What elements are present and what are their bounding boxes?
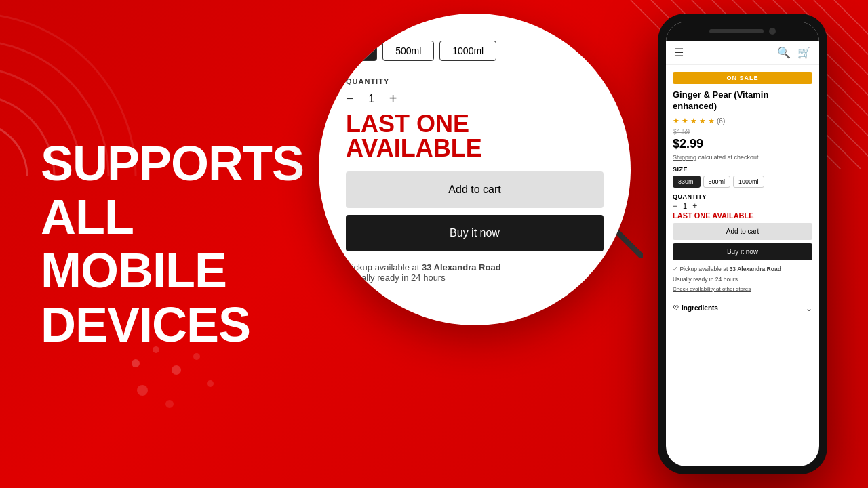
phone-ingredients-chevron[interactable]: ⌄: [806, 304, 812, 313]
phone-cart-icon[interactable]: 🛒: [797, 46, 811, 59]
shipping-link[interactable]: Shipping: [673, 154, 696, 161]
mag-buy-now-button[interactable]: Buy it now: [346, 215, 604, 251]
phone-quantity-control: − 1 +: [673, 201, 812, 211]
mag-pickup-location: 33 Alexandra Road: [422, 262, 501, 272]
phone-buy-now-button[interactable]: Buy it now: [673, 243, 812, 260]
phone-size-1000ml[interactable]: 1000ml: [733, 176, 764, 188]
mag-size-500ml[interactable]: 500ml: [382, 41, 434, 61]
phone-size-buttons: 330ml 500ml 1000ml: [673, 176, 812, 188]
review-count: (6): [717, 117, 725, 125]
phone-qty-decrease[interactable]: −: [673, 201, 677, 211]
phone-size-330ml[interactable]: 330ml: [673, 176, 701, 188]
phone-check-availability-link[interactable]: Check availability at other stores: [673, 286, 812, 292]
phone-qty-increase[interactable]: +: [692, 201, 697, 211]
phone-product-content: ON SALE Ginger & Pear (Vitamin enhanced)…: [666, 65, 819, 466]
phone-menu-icon[interactable]: ☰: [674, 46, 684, 59]
magnifier-circle: 330ml 500ml 1000ml QUANTITY − 1 + LAST O…: [319, 14, 631, 325]
phone-pickup-info: ✓ Pickup available at 33 Alexandra Road: [673, 266, 812, 274]
phone-qty-value: 1: [683, 202, 687, 210]
hero-line2: MOBILE: [41, 244, 326, 298]
phone-ingredients-label: ♡ Ingredients: [673, 304, 718, 312]
star-1: ★: [673, 117, 679, 125]
svg-point-20: [137, 385, 148, 396]
star-4: ★: [699, 117, 706, 125]
product-title: Ginger & Pear (Vitamin enhanced): [673, 89, 812, 113]
magnifier-quantity-control: − 1 +: [346, 91, 604, 106]
magnifier-last-one: LAST ONE AVAILABLE: [346, 112, 604, 161]
magnifier-quantity-label: QUANTITY: [346, 77, 604, 85]
mag-qty-value: 1: [365, 93, 378, 105]
phone-quantity-label: QUANTITY: [673, 193, 812, 200]
phone-pickup-ready: Usually ready in 24 hours: [673, 276, 812, 284]
svg-point-0: [0, 122, 27, 176]
heart-icon: ♡: [673, 304, 679, 312]
svg-point-18: [172, 365, 181, 375]
phone-mockup: ☰ 🔍 🛒 ON SALE Ginger & Pear (Vitamin enh…: [658, 14, 827, 474]
svg-point-21: [165, 400, 174, 408]
shipping-suffix: calculated at checkout.: [698, 154, 761, 161]
notch-camera: [769, 28, 776, 35]
phone-pickup-ready-text: Usually ready in 24 hours: [673, 276, 738, 283]
star-rating: ★ ★ ★ ★ ★ (6): [673, 117, 812, 125]
phone-ingredients-row: ♡ Ingredients ⌄: [673, 298, 812, 313]
star-2: ★: [682, 117, 688, 125]
phone-pickup-location: 33 Alexandra Road: [730, 266, 781, 272]
svg-point-19: [193, 353, 200, 360]
mag-qty-increase[interactable]: +: [389, 91, 397, 106]
mag-pickup-prefix: Pickup available at: [346, 262, 419, 272]
star-half: ★: [708, 117, 715, 125]
hero-line3: DEVICES: [41, 298, 326, 351]
phone-nav-bar: ☰ 🔍 🛒: [666, 41, 819, 65]
phone-pickup-prefix: Pickup available at: [679, 266, 728, 272]
phone-screen: ☰ 🔍 🛒 ON SALE Ginger & Pear (Vitamin enh…: [666, 22, 819, 466]
shipping-info: Shipping calculated at checkout.: [673, 154, 812, 161]
phone-last-one: LAST ONE AVAILABLE: [673, 212, 812, 220]
original-price: $4.59: [673, 128, 812, 136]
magnifier-pickup: Pickup available at 33 Alexandra Road Us…: [346, 262, 604, 283]
phone-ingredients-text: Ingredients: [682, 304, 718, 312]
phone-pickup-check: ✓: [673, 266, 678, 272]
svg-point-22: [207, 380, 214, 387]
hero-text: SUPPORTS ALL MOBILE DEVICES: [41, 137, 326, 352]
phone-size-label: SIZE: [673, 166, 812, 173]
phone-search-icon[interactable]: 🔍: [777, 46, 791, 59]
star-3: ★: [690, 117, 697, 125]
svg-point-16: [132, 359, 140, 367]
mag-qty-decrease[interactable]: −: [346, 91, 354, 106]
hero-line1: SUPPORTS ALL: [41, 137, 326, 244]
on-sale-badge: ON SALE: [673, 72, 812, 84]
phone-add-to-cart-button[interactable]: Add to cart: [673, 223, 812, 240]
sale-price: $2.99: [673, 137, 812, 151]
phone-notch: [666, 22, 819, 41]
phone-size-500ml[interactable]: 500ml: [703, 176, 731, 188]
notch-bar: [709, 29, 764, 33]
mag-size-1000ml[interactable]: 1000ml: [439, 41, 496, 61]
mag-add-to-cart-button[interactable]: Add to cart: [346, 171, 604, 208]
